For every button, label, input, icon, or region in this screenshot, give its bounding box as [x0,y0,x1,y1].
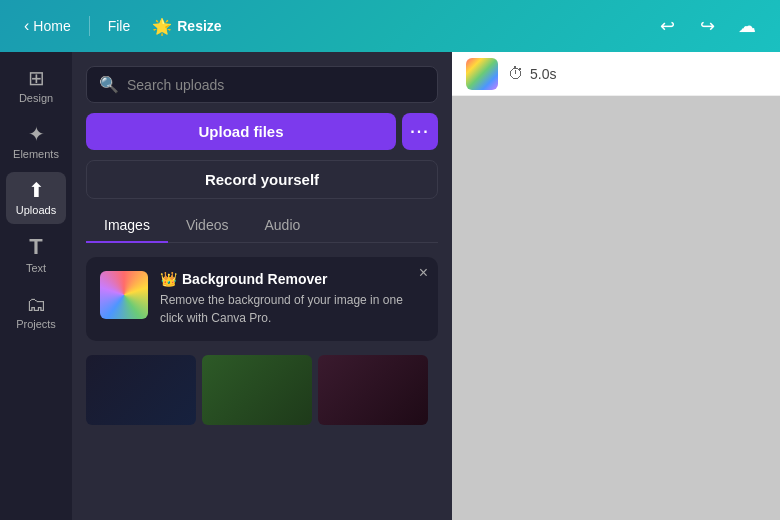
sidebar-item-design[interactable]: ⊞ Design [6,60,66,112]
sidebar-nav: ⊞ Design ✦ Elements ⬆ Uploads T Text 🗂 P… [0,52,72,520]
sidebar-item-projects[interactable]: 🗂 Projects [6,286,66,338]
redo-icon: ↪ [700,15,715,37]
bg-remover-description: Remove the background of your image in o… [160,291,424,327]
bg-remover-image [100,271,148,319]
bg-remover-title: 👑 Background Remover [160,271,424,287]
sidebar-item-uploads[interactable]: ⬆ Uploads [6,172,66,224]
bg-remover-popup: × 👑 Background Remover Remove the backgr… [86,257,438,341]
topbar: ‹ Home File 🌟 Resize ↩ ↪ ☁ [0,0,780,52]
bg-remover-title-text: Background Remover [182,271,327,287]
design-icon: ⊞ [28,68,45,88]
undo-icon: ↩ [660,15,675,37]
sidebar-item-text-label: Text [26,262,46,274]
search-input[interactable] [127,77,425,93]
tab-images[interactable]: Images [86,209,168,243]
canvas-topbar: ⏱ 5.0s [452,52,780,96]
sidebar-item-design-label: Design [19,92,53,104]
sidebar-item-text[interactable]: T Text [6,228,66,282]
upload-files-button[interactable]: Upload files [86,113,396,150]
upload-panel: 🔍 Upload files ··· Record yourself Image… [72,52,452,520]
main-layout: ⊞ Design ✦ Elements ⬆ Uploads T Text 🗂 P… [0,52,780,520]
canvas-logo [466,58,498,90]
canvas-content[interactable] [452,96,780,520]
topbar-actions: ↩ ↪ ☁ [650,9,764,43]
canvas-timer: ⏱ 5.0s [508,65,556,83]
sidebar-item-projects-label: Projects [16,318,56,330]
search-bar: 🔍 [86,66,438,103]
back-home-button[interactable]: ‹ Home [16,13,79,39]
save-cloud-button[interactable]: ☁ [730,9,764,43]
timer-value: 5.0s [530,66,556,82]
bg-remover-close-button[interactable]: × [419,265,428,281]
sidebar-item-elements[interactable]: ✦ Elements [6,116,66,168]
tab-videos[interactable]: Videos [168,209,247,243]
tabs-row: Images Videos Audio [86,209,438,243]
sidebar-item-elements-label: Elements [13,148,59,160]
home-label: Home [33,18,70,34]
undo-button[interactable]: ↩ [650,9,684,43]
thumbnail-3[interactable] [318,355,428,425]
record-yourself-button[interactable]: Record yourself [86,160,438,199]
sidebar-item-uploads-label: Uploads [16,204,56,216]
thumbnail-2[interactable] [202,355,312,425]
file-menu-button[interactable]: File [100,14,139,38]
upload-btn-row: Upload files ··· [86,113,438,150]
bg-remover-text: 👑 Background Remover Remove the backgrou… [160,271,424,327]
redo-button[interactable]: ↪ [690,9,724,43]
canvas-area: ⏱ 5.0s [452,52,780,520]
text-icon: T [29,236,42,258]
crown-emoji-icon: 👑 [160,271,177,287]
crown-icon: 🌟 [152,17,172,36]
search-icon: 🔍 [99,75,119,94]
thumbnail-1[interactable] [86,355,196,425]
resize-button[interactable]: 🌟 Resize [142,13,231,40]
upload-more-options-button[interactable]: ··· [402,113,438,150]
projects-icon: 🗂 [26,294,46,314]
tab-audio[interactable]: Audio [246,209,318,243]
topbar-separator [89,16,90,36]
cloud-icon: ☁ [738,15,756,37]
elements-icon: ✦ [28,124,45,144]
chevron-left-icon: ‹ [24,17,29,35]
resize-label: Resize [177,18,221,34]
thumbnails-row [86,355,438,425]
timer-icon: ⏱ [508,65,524,83]
uploads-icon: ⬆ [28,180,45,200]
